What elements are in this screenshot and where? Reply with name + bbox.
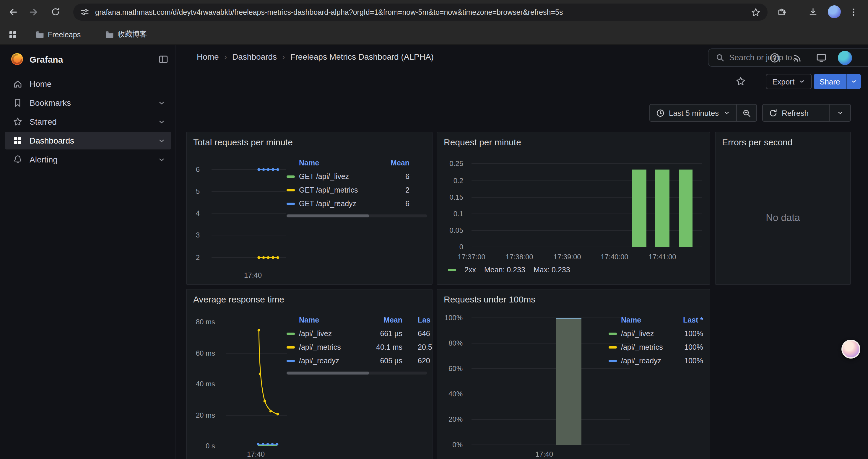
export-button[interactable]: Export xyxy=(766,74,812,89)
panel-title[interactable]: Errors per second xyxy=(722,137,793,147)
breadcrumb-separator-icon: › xyxy=(282,52,285,61)
browser-forward-icon[interactable] xyxy=(25,4,41,20)
chevron-down-icon[interactable] xyxy=(158,137,165,144)
series-last: 620 xyxy=(402,357,433,365)
series-name[interactable]: GET /api/_metrics xyxy=(299,186,386,194)
series-name[interactable]: /api/_readyz xyxy=(299,357,369,365)
y-tick: 2 xyxy=(187,253,200,262)
legend-col-mean[interactable]: Mean xyxy=(369,316,402,324)
help-icon[interactable] xyxy=(769,53,780,63)
y-tick: 0.05 xyxy=(440,226,463,235)
series-color-dash xyxy=(609,346,617,348)
legend-row[interactable]: /api/_metrics 100% xyxy=(609,340,703,354)
grafana-logo[interactable] xyxy=(10,52,24,66)
avg-response-time-chart[interactable] xyxy=(216,318,287,451)
series-name[interactable]: /api/_metrics xyxy=(621,343,677,351)
legend-row[interactable]: GET /api/_metrics 2 xyxy=(286,183,427,197)
legend-row[interactable]: /api/_livez 100% xyxy=(609,327,703,340)
chevron-down-icon xyxy=(836,109,843,117)
chevron-down-icon[interactable] xyxy=(158,118,165,126)
series-name[interactable]: /api/_readyz xyxy=(621,357,677,365)
sidebar-item-dashboards[interactable]: Dashboards xyxy=(5,132,172,150)
floating-assistant-avatar[interactable] xyxy=(841,340,860,359)
legend-row[interactable]: /api/_readyz 605 µs 620 xyxy=(286,354,433,367)
legend-row[interactable]: /api/_metrics 40.1 ms 20.5 r xyxy=(286,340,433,354)
news-rss-icon[interactable] xyxy=(793,53,803,63)
panel-title[interactable]: Total requests per minute xyxy=(193,137,293,147)
chevron-down-icon[interactable] xyxy=(158,156,165,163)
sidebar-item-home[interactable]: Home xyxy=(5,75,172,93)
browser-menu-icon[interactable] xyxy=(845,4,861,20)
series-name[interactable]: GET /api/_livez xyxy=(299,172,386,181)
legend-scrollbar[interactable] xyxy=(286,215,427,218)
time-range-picker[interactable]: Last 5 minutes xyxy=(649,104,737,122)
extensions-puzzle-icon[interactable] xyxy=(774,4,789,20)
y-tick: 6 xyxy=(187,165,200,174)
bookmark-star-icon[interactable] xyxy=(751,7,761,17)
y-tick: 0.1 xyxy=(440,209,463,219)
under-100ms-chart[interactable] xyxy=(464,316,630,449)
legend-col-name[interactable]: Name xyxy=(299,159,386,167)
chevron-down-icon xyxy=(798,78,805,85)
downloads-icon[interactable] xyxy=(805,4,821,20)
panel-title[interactable]: Requests under 100ms xyxy=(444,294,535,304)
legend-scrollbar[interactable] xyxy=(286,371,427,374)
y-tick: 3 xyxy=(187,230,200,240)
panel-title[interactable]: Average response time xyxy=(193,294,284,304)
legend-col-name[interactable]: Name xyxy=(621,316,677,324)
series-name[interactable]: GET /api/_readyz xyxy=(299,199,386,208)
sidebar-item-alerting[interactable]: Alerting xyxy=(5,151,172,168)
sidebar-item-bookmarks[interactable]: Bookmarks xyxy=(5,94,172,112)
y-tick: 100% xyxy=(440,313,463,323)
series-color-dash xyxy=(609,359,617,362)
breadcrumb: Home › Dashboards › Freeleaps Metrics Da… xyxy=(197,52,434,61)
request-per-minute-chart[interactable] xyxy=(466,161,702,249)
series-mean: Mean: 0.233 xyxy=(484,266,525,274)
browser-profile-avatar[interactable] xyxy=(827,4,842,20)
panel-title[interactable]: Request per minute xyxy=(444,137,521,147)
series-name[interactable]: /api/_metrics xyxy=(299,343,369,351)
refresh-label: Refresh xyxy=(782,108,809,117)
share-dropdown-chevron-icon[interactable] xyxy=(846,74,861,89)
legend-col-last[interactable]: Last * xyxy=(677,316,703,324)
legend-col-last[interactable]: Las xyxy=(402,316,433,324)
zoom-out-button[interactable] xyxy=(737,104,756,122)
sidebar-item-starred[interactable]: Starred xyxy=(5,113,172,131)
breadcrumb-home[interactable]: Home xyxy=(197,52,219,61)
series-name[interactable]: /api/_livez xyxy=(299,329,369,338)
series-name[interactable]: /api/_livez xyxy=(621,329,677,338)
x-tick: 17:41:00 xyxy=(649,252,676,262)
user-avatar[interactable] xyxy=(838,51,852,65)
legend-col-mean[interactable]: Mean xyxy=(386,159,409,167)
legend-row[interactable]: /api/_readyz 100% xyxy=(609,354,703,367)
bell-icon xyxy=(13,155,23,164)
series-mean: 6 xyxy=(386,172,409,181)
series-mean: 40.1 ms xyxy=(369,343,402,351)
apps-grid-icon[interactable] xyxy=(5,27,20,42)
panel-under-100ms: Requests under 100ms 100% 80% 60% 40% 20… xyxy=(437,289,710,459)
chevron-down-icon xyxy=(723,109,730,117)
browser-reload-icon[interactable] xyxy=(48,4,63,20)
refresh-button[interactable]: Refresh xyxy=(762,104,830,122)
legend-col-name[interactable]: Name xyxy=(299,316,369,324)
refresh-interval-dropdown[interactable] xyxy=(830,104,851,122)
address-bar[interactable]: grafana.mathmast.com/d/deytv4rwavabkb/fr… xyxy=(73,4,768,21)
display-icon[interactable] xyxy=(816,53,827,63)
share-button[interactable]: Share xyxy=(814,74,861,89)
favorite-star-icon[interactable] xyxy=(736,76,746,86)
bookmark-folder-blog[interactable]: 收藏博客 xyxy=(102,28,151,41)
bookmark-folder-freeleaps[interactable]: Freeleaps xyxy=(32,28,84,41)
browser-back-icon[interactable] xyxy=(5,4,21,20)
sidebar-collapse-icon[interactable] xyxy=(158,54,168,64)
total-requests-chart[interactable] xyxy=(201,163,286,263)
legend-row[interactable]: /api/_livez 661 µs 646 xyxy=(286,327,433,340)
site-controls-icon[interactable] xyxy=(80,8,89,17)
breadcrumb-dashboards[interactable]: Dashboards xyxy=(232,52,277,61)
series-name[interactable]: 2xx xyxy=(464,266,476,274)
legend-row[interactable]: GET /api/_livez 6 xyxy=(286,169,427,183)
chevron-down-icon[interactable] xyxy=(158,99,165,107)
home-icon xyxy=(13,79,23,89)
y-tick: 0.15 xyxy=(440,193,463,202)
legend-row[interactable]: GET /api/_readyz 6 xyxy=(286,197,427,210)
x-tick: 17:37:00 xyxy=(458,252,485,262)
